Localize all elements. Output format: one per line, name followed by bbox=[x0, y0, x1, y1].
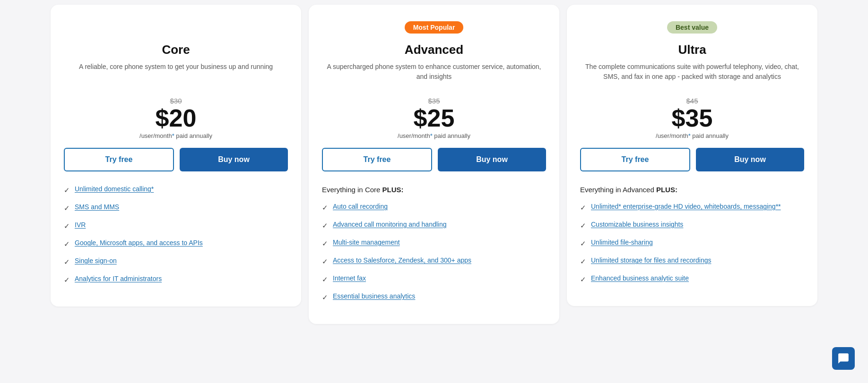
check-icon: ✓ bbox=[64, 257, 70, 267]
feature-text[interactable]: Unlimited* enterprise-grade HD video, wh… bbox=[591, 202, 781, 212]
list-item: ✓Customizable business insights bbox=[580, 220, 804, 230]
price-block-core: $30$20/user/month* paid annually bbox=[64, 97, 288, 139]
feature-text[interactable]: Advanced call monitoring and handling bbox=[333, 220, 447, 230]
try-free-button-ultra[interactable]: Try free bbox=[580, 148, 690, 171]
check-icon: ✓ bbox=[322, 238, 328, 248]
feature-text[interactable]: Single sign-on bbox=[75, 256, 117, 266]
badge-ultra: Best value bbox=[667, 21, 717, 34]
check-icon: ✓ bbox=[322, 256, 328, 266]
list-item: ✓SMS and MMS bbox=[64, 203, 288, 213]
badge-row-core bbox=[64, 19, 288, 36]
feature-text[interactable]: Multi-site management bbox=[333, 238, 400, 247]
btn-row-ultra: Try freeBuy now bbox=[580, 148, 804, 171]
feature-text[interactable]: Analytics for IT administrators bbox=[75, 274, 162, 284]
list-item: ✓Unlimited domestic calling* bbox=[64, 185, 288, 195]
check-icon: ✓ bbox=[64, 239, 70, 249]
check-icon: ✓ bbox=[580, 221, 586, 230]
try-free-button-core[interactable]: Try free bbox=[64, 148, 174, 171]
current-price-core: $20 bbox=[64, 106, 288, 130]
buy-now-button-advanced[interactable]: Buy now bbox=[438, 148, 546, 171]
original-price-core: $30 bbox=[64, 97, 288, 105]
price-block-advanced: $35$25/user/month* paid annually bbox=[322, 97, 546, 139]
price-note-core: /user/month* paid annually bbox=[64, 132, 288, 139]
list-item: ✓Single sign-on bbox=[64, 256, 288, 267]
check-icon: ✓ bbox=[64, 203, 70, 213]
badge-row-advanced: Most Popular bbox=[322, 19, 546, 36]
price-note-advanced: /user/month* paid annually bbox=[322, 132, 546, 139]
feature-list-ultra: ✓Unlimited* enterprise-grade HD video, w… bbox=[580, 202, 804, 284]
list-item: ✓Unlimited storage for files and recordi… bbox=[580, 256, 804, 266]
list-item: ✓Multi-site management bbox=[322, 238, 546, 248]
list-item: ✓Analytics for IT administrators bbox=[64, 274, 288, 285]
list-item: ✓Internet fax bbox=[322, 274, 546, 284]
list-item: ✓Essential business analytics bbox=[322, 292, 546, 302]
original-price-ultra: $45 bbox=[580, 97, 804, 105]
btn-row-core: Try freeBuy now bbox=[64, 148, 288, 171]
check-icon: ✓ bbox=[580, 203, 586, 213]
price-block-ultra: $45$35/user/month* paid annually bbox=[580, 97, 804, 139]
list-item: ✓IVR bbox=[64, 221, 288, 231]
chat-button[interactable] bbox=[832, 347, 855, 370]
list-item: ✓Access to Salesforce, Zendesk, and 300+… bbox=[322, 256, 546, 266]
plan-name-ultra: Ultra bbox=[580, 43, 804, 57]
try-free-button-advanced[interactable]: Try free bbox=[322, 148, 432, 171]
feature-text[interactable]: Customizable business insights bbox=[591, 220, 683, 230]
check-icon: ✓ bbox=[580, 274, 586, 284]
check-icon: ✓ bbox=[322, 292, 328, 302]
plan-desc-advanced: A supercharged phone system to enhance c… bbox=[322, 62, 546, 88]
feature-text[interactable]: Unlimited file-sharing bbox=[591, 238, 653, 247]
check-icon: ✓ bbox=[64, 275, 70, 285]
feature-list-advanced: ✓Auto call recording✓Advanced call monit… bbox=[322, 202, 546, 302]
list-item: ✓Google, Microsoft apps, and access to A… bbox=[64, 238, 288, 249]
badge-row-ultra: Best value bbox=[580, 19, 804, 36]
feature-text[interactable]: Unlimited storage for files and recordin… bbox=[591, 256, 711, 265]
check-icon: ✓ bbox=[322, 274, 328, 284]
feature-text[interactable]: Access to Salesforce, Zendesk, and 300+ … bbox=[333, 256, 471, 265]
feature-text[interactable]: Auto call recording bbox=[333, 202, 388, 212]
feature-text[interactable]: Internet fax bbox=[333, 274, 366, 283]
current-price-advanced: $25 bbox=[322, 106, 546, 130]
check-icon: ✓ bbox=[322, 221, 328, 230]
check-icon: ✓ bbox=[580, 238, 586, 248]
feature-text[interactable]: Google, Microsoft apps, and access to AP… bbox=[75, 238, 203, 248]
plan-name-advanced: Advanced bbox=[322, 43, 546, 57]
plan-name-core: Core bbox=[64, 43, 288, 57]
plan-card-core: CoreA reliable, core phone system to get… bbox=[51, 5, 301, 306]
feature-text[interactable]: Enhanced business analytic suite bbox=[591, 274, 689, 283]
feature-text[interactable]: Essential business analytics bbox=[333, 292, 415, 301]
list-item: ✓Enhanced business analytic suite bbox=[580, 274, 804, 284]
buy-now-button-core[interactable]: Buy now bbox=[180, 148, 288, 171]
list-item: ✓Unlimited file-sharing bbox=[580, 238, 804, 248]
plan-desc-core: A reliable, core phone system to get you… bbox=[64, 62, 288, 88]
check-icon: ✓ bbox=[64, 221, 70, 231]
btn-row-advanced: Try freeBuy now bbox=[322, 148, 546, 171]
badge-advanced: Most Popular bbox=[405, 21, 464, 34]
list-item: ✓Advanced call monitoring and handling bbox=[322, 220, 546, 230]
check-icon: ✓ bbox=[64, 185, 70, 195]
original-price-advanced: $35 bbox=[322, 97, 546, 105]
feature-text[interactable]: SMS and MMS bbox=[75, 203, 119, 212]
feature-text[interactable]: Unlimited domestic calling* bbox=[75, 185, 154, 194]
plus-label-ultra: Everything in Advanced PLUS: bbox=[580, 185, 804, 195]
plus-label-advanced: Everything in Core PLUS: bbox=[322, 185, 546, 195]
current-price-ultra: $35 bbox=[580, 106, 804, 130]
check-icon: ✓ bbox=[322, 203, 328, 213]
plan-card-advanced: Most PopularAdvancedA supercharged phone… bbox=[309, 5, 559, 324]
list-item: ✓Unlimited* enterprise-grade HD video, w… bbox=[580, 202, 804, 213]
list-item: ✓Auto call recording bbox=[322, 202, 546, 213]
feature-text[interactable]: IVR bbox=[75, 221, 86, 230]
plan-card-ultra: Best valueUltraThe complete communicatio… bbox=[567, 5, 817, 306]
plan-desc-ultra: The complete communications suite with p… bbox=[580, 62, 804, 88]
price-note-ultra: /user/month* paid annually bbox=[580, 132, 804, 139]
feature-list-core: ✓Unlimited domestic calling*✓SMS and MMS… bbox=[64, 185, 288, 285]
buy-now-button-ultra[interactable]: Buy now bbox=[696, 148, 804, 171]
check-icon: ✓ bbox=[580, 256, 586, 266]
pricing-container: CoreA reliable, core phone system to get… bbox=[9, 5, 859, 324]
